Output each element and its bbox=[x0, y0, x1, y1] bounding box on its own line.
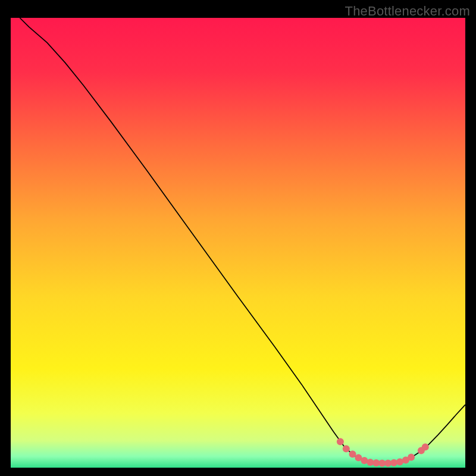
watermark-text: TheBottlenecker.com bbox=[345, 4, 470, 19]
chart-svg bbox=[11, 18, 465, 468]
marker-dot bbox=[343, 445, 350, 452]
marker-dot bbox=[422, 443, 429, 450]
chart-frame: TheBottlenecker.com bbox=[0, 0, 476, 476]
marker-dot bbox=[349, 450, 356, 458]
marker-dot bbox=[337, 438, 344, 445]
gradient-background bbox=[11, 18, 465, 468]
marker-dot bbox=[408, 454, 415, 461]
plot-area bbox=[11, 18, 465, 468]
